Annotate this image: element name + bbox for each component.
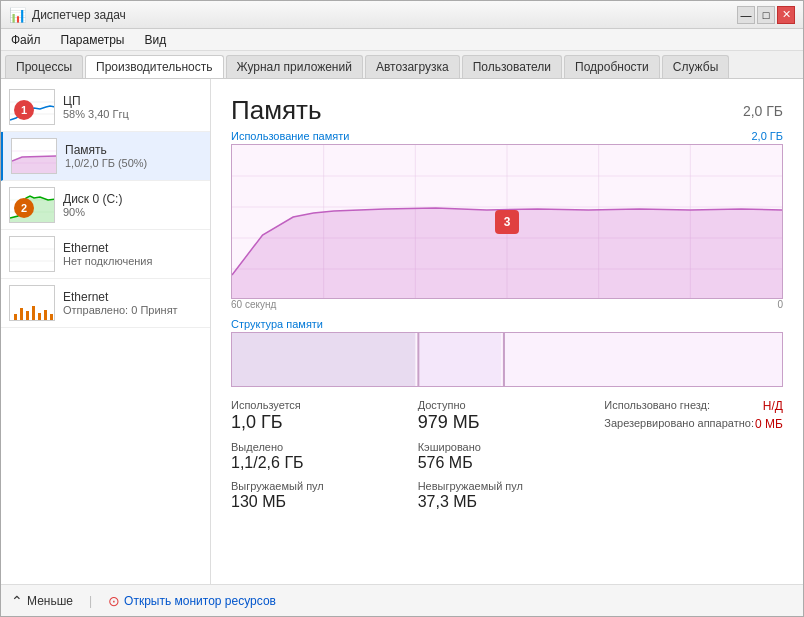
window-title: Диспетчер задач [32,8,126,22]
minimize-button[interactable]: — [737,6,755,24]
eth1-thumbnail [9,236,55,272]
stat-hardware: Зарезервировано аппаратно: 0 МБ [604,417,783,431]
chevron-up-icon: ⌃ [11,593,23,609]
stat-nonpaged: Невыгружаемый пул 37,3 МБ [418,480,597,511]
svg-rect-19 [38,313,41,320]
eth2-info: Ethernet Отправлено: 0 Принят [63,290,202,316]
maximize-button[interactable]: □ [757,6,775,24]
cpu-title: ЦП [63,94,202,108]
cpu-badge: 1 [14,100,34,120]
menu-file[interactable]: Файл [7,31,45,49]
close-button[interactable]: ✕ [777,6,795,24]
stat-used: Используется 1,0 ГБ [231,399,410,433]
eth1-subtitle: Нет подключения [63,255,202,267]
svg-rect-21 [50,314,53,320]
disk-thumbnail: 2 [9,187,55,223]
memory-subtitle: 1,0/2,0 ГБ (50%) [65,157,202,169]
cpu-thumbnail: 1 [9,89,55,125]
sidebar-item-memory[interactable]: Память 1,0/2,0 ГБ (50%) [1,132,210,181]
tabs-bar: Процессы Производительность Журнал прило… [1,51,803,79]
sidebar-item-cpu[interactable]: 1 ЦП 58% 3,40 Ггц [1,83,210,132]
stat-available: Доступно 979 МБ [418,399,597,433]
tab-performance[interactable]: Производительность [85,55,223,78]
eth2-subtitle: Отправлено: 0 Принят [63,304,202,316]
stats-col2: Доступно 979 МБ Кэшировано 576 МБ Невыгр… [418,399,597,511]
eth1-title: Ethernet [63,241,202,255]
sidebar-item-disk[interactable]: 2 Диск 0 (С:) 90% [1,181,210,230]
svg-rect-36 [505,333,782,387]
sidebar-item-eth1[interactable]: Ethernet Нет подключения [1,230,210,279]
structure-chart [231,332,783,387]
menu-params[interactable]: Параметры [57,31,129,49]
main-window: 📊 Диспетчер задач — □ ✕ Файл Параметры В… [0,0,804,617]
bottom-bar: ⌃ Меньше | ⊙ Открыть монитор ресурсов [1,584,803,616]
less-button[interactable]: ⌃ Меньше [11,593,73,609]
svg-rect-18 [32,306,35,320]
main-panel: Память 2,0 ГБ Использование памяти 2,0 Г… [211,79,803,584]
stats-col3: Использовано гнезд: Н/Д Зарезервировано … [604,399,783,511]
stats-grid: Используется 1,0 ГБ Выделено 1,1/2,6 ГБ … [231,399,783,511]
tab-startup[interactable]: Автозагрузка [365,55,460,78]
panel-title: Память [231,95,322,126]
disk-badge: 2 [14,198,34,218]
window-controls: — □ ✕ [737,6,795,24]
tab-users[interactable]: Пользователи [462,55,562,78]
svg-rect-32 [232,333,415,387]
svg-rect-16 [20,308,23,320]
memory-info: Память 1,0/2,0 ГБ (50%) [65,143,202,169]
tab-app-history[interactable]: Журнал приложений [226,55,363,78]
svg-rect-15 [14,314,17,320]
disk-info: Диск 0 (С:) 90% [63,192,202,218]
memory-thumbnail [11,138,57,174]
eth1-info: Ethernet Нет подключения [63,241,202,267]
memory-chart: 3 [231,144,783,299]
panel-header: Память 2,0 ГБ [231,95,783,126]
tab-services[interactable]: Службы [662,55,729,78]
sidebar-item-eth2[interactable]: Ethernet Отправлено: 0 Принят [1,279,210,328]
panel-total: 2,0 ГБ [743,95,783,119]
svg-rect-35 [503,333,505,387]
title-bar: 📊 Диспетчер задач — □ ✕ [1,1,803,29]
monitor-icon: ⊙ [108,593,120,609]
svg-rect-11 [10,237,55,272]
cpu-subtitle: 58% 3,40 Ггц [63,108,202,120]
stat-slots: Использовано гнезд: Н/Д [604,399,783,413]
chart-badge-3: 3 [495,210,519,234]
stat-paged: Выгружаемый пул 130 МБ [231,480,410,511]
eth2-thumbnail [9,285,55,321]
stat-allocated: Выделено 1,1/2,6 ГБ [231,441,410,472]
eth2-title: Ethernet [63,290,202,304]
memory-title: Память [65,143,202,157]
structure-chart-section: Структура памяти [231,318,783,387]
stats-col1: Используется 1,0 ГБ Выделено 1,1/2,6 ГБ … [231,399,410,511]
sidebar: 1 ЦП 58% 3,40 Ггц [1,79,211,584]
memory-chart-section: Использование памяти 2,0 ГБ [231,130,783,312]
svg-rect-34 [419,333,500,387]
memory-chart-label: Использование памяти 2,0 ГБ [231,130,783,142]
tab-details[interactable]: Подробности [564,55,660,78]
content-area: 1 ЦП 58% 3,40 Ггц [1,79,803,584]
svg-rect-17 [26,311,29,320]
svg-rect-33 [417,333,419,387]
disk-title: Диск 0 (С:) [63,192,202,206]
stat-cached: Кэшировано 576 МБ [418,441,597,472]
svg-rect-20 [44,310,47,320]
structure-chart-label: Структура памяти [231,318,783,330]
time-labels: 60 секунд 0 [231,299,783,310]
menu-view[interactable]: Вид [140,31,170,49]
open-monitor-link[interactable]: ⊙ Открыть монитор ресурсов [108,593,276,609]
cpu-info: ЦП 58% 3,40 Ггц [63,94,202,120]
menu-bar: Файл Параметры Вид [1,29,803,51]
tab-processes[interactable]: Процессы [5,55,83,78]
disk-subtitle: 90% [63,206,202,218]
